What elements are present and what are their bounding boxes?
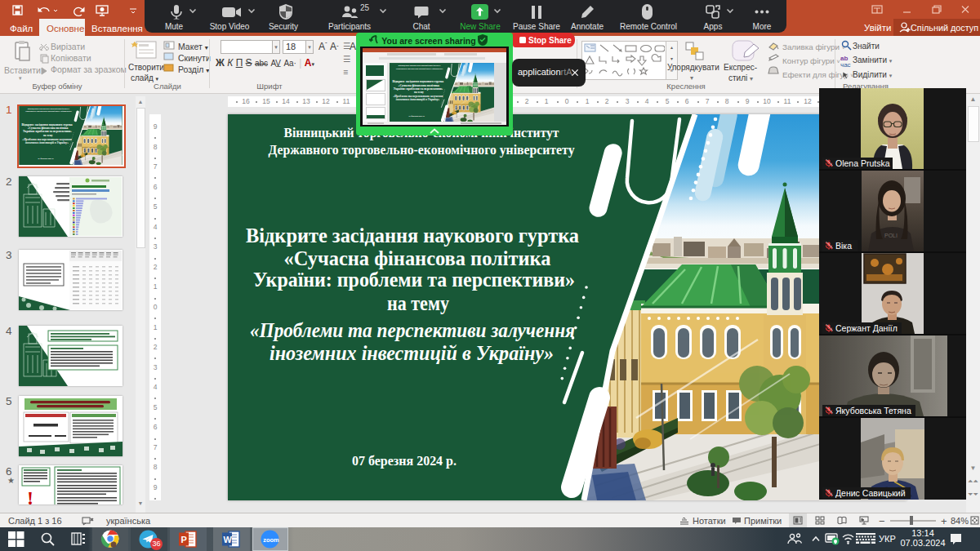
svg-text:zoom: zoom	[263, 536, 279, 544]
svg-text:час: час	[840, 61, 851, 69]
svg-text:W: W	[224, 535, 233, 544]
svg-text:P: P	[181, 535, 187, 544]
svg-text:POLI: POLI	[884, 233, 898, 238]
svg-text:!: !	[27, 487, 33, 504]
